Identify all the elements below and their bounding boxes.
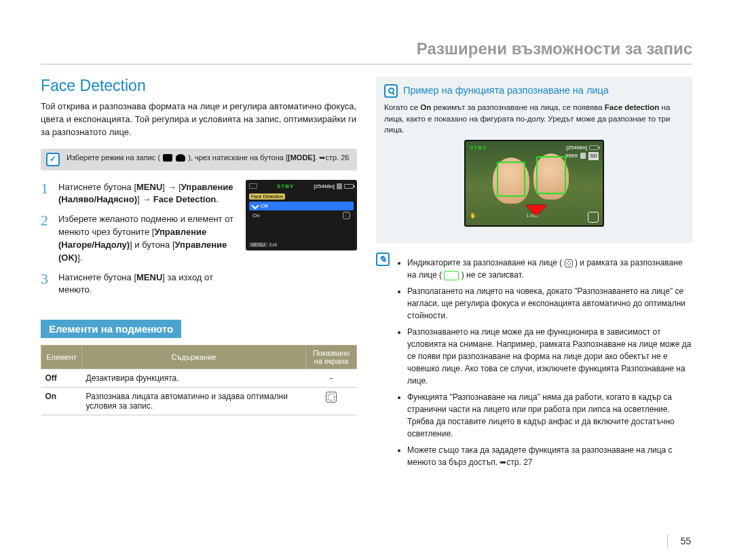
note-item: Разполагането на лицето на човека, докат…: [407, 285, 692, 322]
battery-icon: [344, 184, 354, 189]
chapter-title: Разширени възможности за запис: [41, 39, 692, 64]
video-icon: [163, 154, 172, 162]
lcd-option-off: Off: [249, 202, 354, 210]
photo-count: 9999: [565, 152, 578, 160]
card-icon: [337, 183, 342, 189]
page-number: 55: [667, 534, 691, 548]
note-item: Разпознаването на лице може да не функци…: [407, 326, 692, 387]
mode-button-label: [MODE]: [288, 153, 315, 162]
example-title: Пример на функцията разпознаване на лица: [403, 83, 609, 98]
notes-block: ✎ Индикаторите за разпознаване на лице (…: [376, 253, 692, 477]
lcd-time-remaining: [254Min]: [314, 183, 335, 189]
step-list: Натиснете бутона [MENU] → [Управление (Н…: [41, 180, 238, 304]
lcd-camera-icon: [249, 183, 257, 189]
face-indicator-icon: [588, 212, 599, 223]
photo-overlay-row2: 9999 SD: [565, 152, 599, 160]
table-row: Off Дезактивира функцията. -: [41, 369, 357, 388]
face-detection-box: [536, 156, 566, 194]
two-column-layout: Face Detection Той открива и разпознава …: [41, 77, 692, 477]
mode-callout-panel: ✓ Изберете режим на запис ( ), чрез нати…: [41, 149, 357, 170]
section-title: Face Detection: [41, 77, 357, 95]
lcd-menu-title: Face Detection: [249, 193, 285, 200]
example-photo: STBY [254Min] 9999 SD: [464, 140, 604, 227]
note-item: Можете също така да зададете функцията з…: [407, 444, 692, 468]
lcd-option-on: On: [249, 210, 354, 221]
check-icon: ✓: [46, 153, 60, 166]
note-pencil-icon: ✎: [376, 253, 390, 266]
th-element: Елемент: [41, 346, 82, 369]
face-indicator-icon: [565, 259, 573, 267]
lcd-menu-btn: MENU: [249, 242, 267, 247]
left-column: Face Detection Той открива и разпознава …: [41, 77, 357, 477]
arrow-down-icon: [525, 205, 547, 227]
example-text: Когато се On режимът за разпознаване на …: [384, 102, 684, 136]
mode-text: Изберете режим на запис ( ), чрез натиск…: [67, 153, 350, 163]
face-indicator-icon: [326, 392, 337, 403]
step-3: Натиснете бутона [MENU] за изход от меню…: [41, 272, 238, 297]
example-title-row: Пример на функцията разпознаване на лица: [384, 83, 684, 98]
submenu-heading: Елементи на подменюто: [41, 320, 181, 338]
manual-page: Разширени възможности за запис Face Dete…: [0, 0, 733, 560]
photo-stby: STBY: [470, 144, 487, 152]
th-content: Съдържание: [82, 346, 306, 369]
lcd-menu-illustration: STBY [254Min] Face Detection Off On MENU…: [246, 180, 357, 250]
lcd-menu-items: Off On: [249, 202, 354, 221]
notes-list: Индикаторите за разпознаване на лице ( )…: [395, 257, 692, 472]
submenu-table: Елемент Съдържание Показвано на екрана O…: [41, 345, 357, 415]
hand-icon: ✋: [470, 212, 476, 223]
step-1: Натиснете бутона [MENU] → [Управление (Н…: [41, 181, 238, 207]
card-icon: [580, 153, 586, 159]
intro-paragraph: Той открива и разпознава формата на лице…: [41, 100, 357, 139]
face-frame-icon: [444, 271, 459, 280]
note-item: Функцията "Разпознаване на лица" няма да…: [407, 391, 692, 440]
note-item: Индикаторите за разпознаване на лице ( )…: [407, 257, 692, 281]
lcd-stby: STBY: [277, 183, 294, 189]
photo-time: [254Min]: [566, 144, 587, 152]
steps-block: Натиснете бутона [MENU] → [Управление (Н…: [41, 180, 357, 304]
photo-overlay-top: STBY [254Min]: [470, 144, 599, 152]
photo-icon: [176, 154, 185, 162]
table-row: On Разпознава лицата автоматично и задав…: [41, 388, 357, 415]
magnifier-icon: [384, 84, 398, 98]
lcd-exit-label: Exit: [269, 242, 278, 247]
example-panel: Пример на функцията разпознаване на лица…: [376, 77, 692, 243]
face-detection-box: [497, 162, 525, 197]
right-column: Пример на функцията разпознаване на лица…: [376, 77, 692, 477]
face-indicator-icon: [343, 212, 350, 219]
step-2: Изберете желаното подменю и елемент от м…: [41, 213, 238, 264]
battery-icon: [589, 145, 599, 150]
th-screen: Показвано на екрана: [306, 346, 357, 369]
sd-label: SD: [588, 152, 599, 160]
